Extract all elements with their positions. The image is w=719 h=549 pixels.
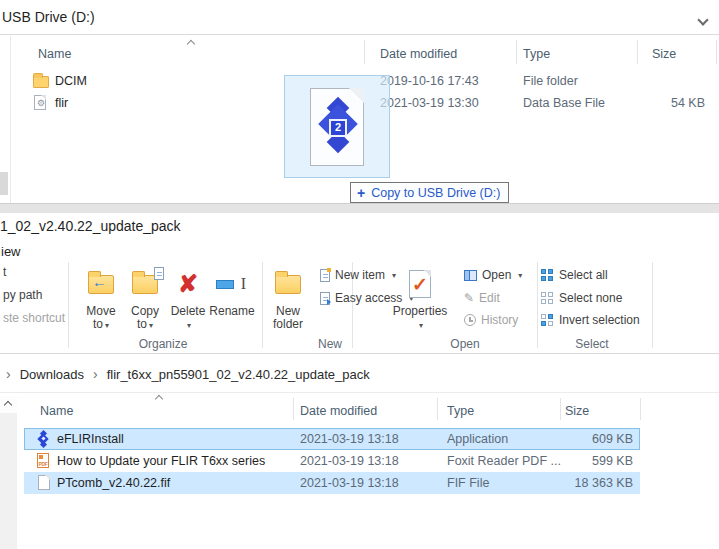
move-arrow-icon: ←	[92, 273, 107, 290]
menu-view-partial[interactable]: iew	[1, 244, 21, 259]
paste-shortcut-button[interactable]: ste shortcut	[3, 311, 65, 325]
window-title-update-pack: 1_02_v2.40.22_update_pack	[0, 218, 181, 234]
column-header-name[interactable]: Name	[40, 401, 73, 421]
column-header-date-modified[interactable]: Date modified	[380, 44, 457, 64]
new-folder-button[interactable]: New folder	[264, 263, 312, 337]
rename-button[interactable]: I Rename	[206, 263, 258, 337]
invert-selection-icon	[541, 314, 554, 327]
dropdown-caret-icon: ▾	[518, 271, 522, 280]
file-name[interactable]: How to Update your FLIR T6xx series	[57, 450, 265, 472]
ribbon-group-separator	[537, 262, 538, 348]
file-type: Application	[447, 428, 508, 450]
file-size: 609 KB	[545, 428, 633, 450]
easy-access-icon	[320, 292, 330, 305]
file-size: 54 KB	[617, 92, 705, 114]
ribbon-group-separator	[68, 262, 69, 348]
foxit-pdf-icon: PDF	[37, 453, 49, 468]
column-separator[interactable]	[640, 398, 641, 420]
copy-pages-icon	[154, 267, 164, 280]
gear-icon: ⚙	[36, 97, 46, 109]
titlebar-divider	[0, 34, 719, 35]
column-header-date-modified[interactable]: Date modified	[300, 401, 377, 421]
file-date: 2019-10-16 17:43	[380, 70, 479, 92]
file-name[interactable]: flir	[55, 92, 68, 114]
ribbon-expand-chevron-icon[interactable]	[697, 14, 708, 25]
delete-x-icon: ✘	[178, 272, 198, 296]
new-item-button[interactable]: New item ▾	[320, 265, 396, 285]
clipboard-cut-partial[interactable]: t	[3, 265, 6, 279]
folder-icon	[33, 76, 49, 88]
select-group-label: Select	[547, 337, 637, 351]
window-title-usb: USB Drive (D:)	[2, 9, 95, 25]
dropdown-caret-icon: ▾	[187, 321, 191, 330]
history-clock-icon	[464, 314, 476, 326]
dropdown-caret-icon: ▾	[419, 321, 423, 330]
address-bar[interactable]: › Downloads › flir_t6xx_pn55901_02_v2.40…	[0, 356, 719, 392]
properties-icon: ✓	[409, 270, 431, 298]
column-separator[interactable]	[637, 40, 638, 64]
rename-icon: I	[216, 275, 248, 293]
select-none-icon	[541, 292, 554, 305]
select-all-button[interactable]: Select all	[541, 265, 608, 285]
move-to-button[interactable]: ← Move to▾	[78, 263, 124, 337]
delete-button[interactable]: ✘ Delete ▾	[166, 263, 210, 337]
select-none-button[interactable]: Select none	[541, 288, 622, 308]
ribbon-bottom-border	[0, 353, 719, 354]
scroll-up-button[interactable]	[0, 396, 17, 413]
file-name[interactable]: DCIM	[55, 70, 87, 92]
flir-application-icon	[36, 431, 50, 447]
check-icon: ✓	[410, 273, 430, 296]
select-all-icon	[541, 269, 554, 282]
file-type: File folder	[523, 70, 578, 92]
chevron-up-icon	[4, 401, 12, 409]
file-name[interactable]: eFLIRInstall	[57, 428, 124, 450]
copy-path-button[interactable]: py path	[3, 288, 42, 302]
column-header-type[interactable]: Type	[447, 401, 474, 421]
open-group-label: Open	[420, 337, 510, 351]
table-row-ptcomb[interactable]: PTcomb_v2.40.22.fif 2021-03-19 13:18 FIF…	[0, 472, 719, 494]
column-header-name[interactable]: Name	[38, 44, 71, 64]
column-separator[interactable]	[516, 40, 517, 64]
column-separator[interactable]	[560, 398, 561, 420]
column-separator[interactable]	[364, 40, 365, 64]
database-file-icon: ⚙	[34, 95, 46, 110]
file-date: 2021-03-19 13:18	[300, 450, 399, 472]
invert-selection-button[interactable]: Invert selection	[541, 310, 640, 330]
file-date: 2021-03-19 13:18	[300, 472, 399, 494]
dropdown-caret-icon: ▾	[105, 321, 109, 330]
column-header-size[interactable]: Size	[652, 44, 676, 64]
file-name[interactable]: PTcomb_v2.40.22.fif	[57, 472, 170, 494]
column-header-size[interactable]: Size	[565, 401, 589, 421]
drag-ghost: 2	[284, 75, 390, 178]
breadcrumb-item-downloads[interactable]: Downloads	[20, 367, 84, 382]
file-date: 2021-03-19 13:18	[300, 428, 399, 450]
breadcrumb-chevron-icon: ›	[6, 366, 11, 382]
nav-pane-divider	[10, 36, 11, 203]
copy-to-button[interactable]: Copy to▾	[122, 263, 168, 337]
file-type: Data Base File	[523, 92, 605, 114]
edit-button[interactable]: ✎ Edit	[464, 288, 500, 308]
organize-group-label: Organize	[118, 337, 208, 351]
breadcrumb-item-folder[interactable]: flir_t6xx_pn55901_02_v2.40.22_update_pac…	[107, 367, 370, 382]
addressbar-bottom-border	[0, 392, 719, 393]
column-separator[interactable]	[293, 398, 294, 420]
nav-pane-scrollbar-fragment[interactable]	[0, 172, 8, 195]
properties-button[interactable]: ✓ Properties ▾	[392, 263, 448, 337]
pencil-icon: ✎	[464, 291, 474, 305]
ribbon-group-separator	[652, 262, 653, 348]
copy-plus-icon: +	[357, 185, 365, 201]
sort-ascending-icon	[187, 40, 195, 48]
drag-count-badge: 2	[329, 119, 347, 137]
ribbon-group-separator	[262, 262, 263, 348]
history-button[interactable]: History	[464, 310, 518, 330]
flir-diamond-badge-icon: 2	[315, 100, 361, 156]
column-header-type[interactable]: Type	[523, 44, 550, 64]
dropdown-caret-icon: ▾	[149, 321, 153, 330]
table-row-eflirinstall[interactable]: eFLIRInstall 2021-03-19 13:18 Applicatio…	[0, 428, 719, 450]
column-separator[interactable]	[716, 40, 717, 64]
column-separator[interactable]	[437, 398, 438, 420]
table-row-pdf-guide[interactable]: PDF How to Update your FLIR T6xx series …	[0, 450, 719, 472]
open-button[interactable]: Open ▾	[464, 265, 522, 285]
drop-tooltip: + Copy to USB Drive (D:)	[350, 182, 509, 203]
new-folder-icon	[275, 275, 301, 294]
